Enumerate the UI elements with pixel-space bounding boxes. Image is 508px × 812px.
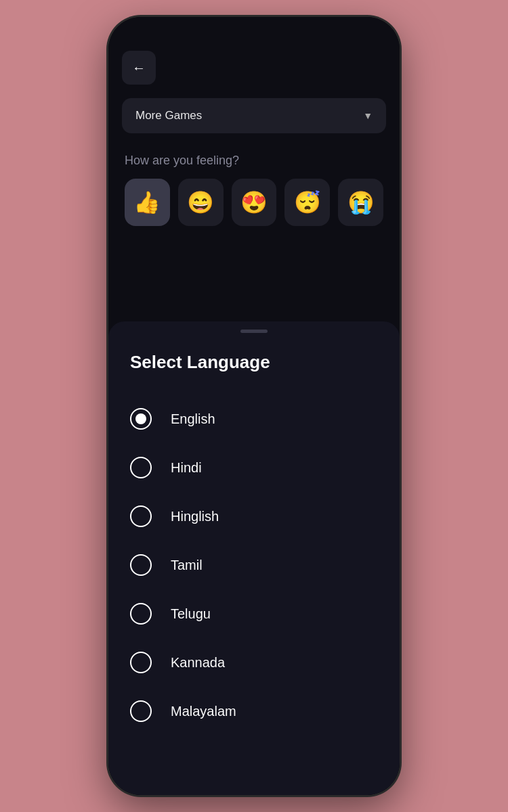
radio-hindi	[130, 457, 152, 478]
radio-telugu	[130, 603, 152, 625]
emoji-sleepy[interactable]: 😴	[284, 179, 330, 226]
dropdown-label: More Games	[135, 109, 202, 122]
language-name-telugu: Telugu	[171, 606, 211, 622]
radio-tamil	[130, 554, 152, 576]
radio-english	[130, 408, 152, 430]
emoji-thumbsup[interactable]: 👍	[125, 179, 170, 226]
language-item-kannada[interactable]: Kannada	[130, 638, 378, 687]
feeling-section: How are you feeling? 👍 😄 😍 😴 😭	[122, 154, 386, 226]
feeling-title: How are you feeling?	[125, 154, 383, 168]
language-name-hinglish: Hinglish	[171, 509, 219, 524]
language-list: English Hindi Hinglish Tamil	[130, 394, 378, 736]
language-item-telugu[interactable]: Telugu	[130, 589, 378, 638]
dropdown-bar[interactable]: More Games ▼	[122, 98, 386, 133]
language-item-malayalam[interactable]: Malayalam	[130, 687, 378, 736]
sheet-title: Select Language	[130, 352, 378, 373]
bottom-sheet: Select Language English Hindi	[108, 321, 400, 795]
language-name-kannada: Kannada	[171, 655, 225, 671]
emoji-crying[interactable]: 😭	[338, 179, 383, 226]
back-arrow-icon: ←	[132, 60, 146, 76]
top-bar: ←	[122, 51, 386, 85]
radio-inner-english	[135, 413, 146, 424]
language-name-malayalam: Malayalam	[171, 704, 236, 719]
language-item-tamil[interactable]: Tamil	[130, 541, 378, 589]
sheet-handle	[240, 330, 268, 333]
radio-malayalam	[130, 700, 152, 722]
language-name-hindi: Hindi	[171, 460, 202, 476]
chevron-down-icon: ▼	[363, 110, 373, 121]
phone-frame: ← More Games ▼ How are you feeling? 👍 😄 …	[108, 17, 400, 795]
back-button[interactable]: ←	[122, 51, 156, 85]
radio-kannada	[130, 652, 152, 673]
language-name-tamil: Tamil	[171, 558, 203, 573]
radio-hinglish	[130, 505, 152, 527]
language-item-hinglish[interactable]: Hinglish	[130, 492, 378, 541]
language-item-english[interactable]: English	[130, 394, 378, 443]
screen: ← More Games ▼ How are you feeling? 👍 😄 …	[108, 17, 400, 795]
language-item-hindi[interactable]: Hindi	[130, 443, 378, 492]
language-name-english: English	[171, 411, 215, 427]
emoji-grinning[interactable]: 😄	[178, 179, 224, 226]
app-area: ← More Games ▼ How are you feeling? 👍 😄 …	[108, 17, 400, 321]
emoji-row: 👍 😄 😍 😴 😭	[125, 179, 383, 226]
emoji-heart-eyes[interactable]: 😍	[232, 179, 277, 226]
